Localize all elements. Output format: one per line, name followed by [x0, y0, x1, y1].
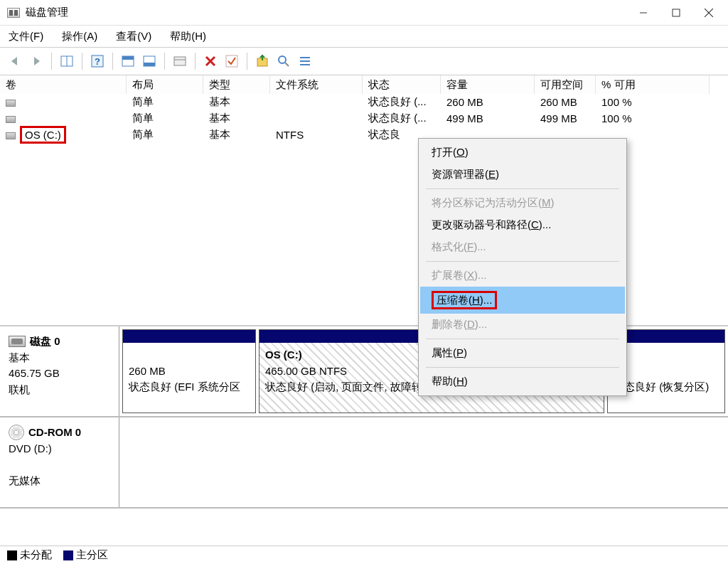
volume-size: 499 MB — [441, 111, 535, 126]
menu-file[interactable]: 文件(F) — [6, 28, 46, 45]
cd-subtitle: DVD (D:) — [9, 441, 110, 457]
disk-size: 465.75 GB — [9, 366, 110, 382]
svg-line-17 — [285, 63, 289, 66]
volume-free: 260 MB — [535, 95, 596, 110]
cm-mark-active: 将分区标记为活动分区(M) — [420, 192, 625, 214]
volume-name: OS (C:) — [25, 129, 61, 141]
partition-status: 状态良好 (EFI 系统分区 — [129, 379, 250, 395]
legend-swatch-primary — [63, 550, 73, 560]
view-split-icon[interactable] — [58, 52, 76, 70]
col-volume[interactable]: 卷 — [0, 75, 127, 94]
toolbar: ? — [0, 47, 728, 75]
cm-format: 格式化(F)... — [420, 236, 625, 258]
volume-icon — [6, 116, 16, 123]
title-bar: 磁盘管理 — [0, 0, 728, 26]
volume-icon — [6, 100, 16, 107]
nav-back-button[interactable] — [6, 52, 24, 70]
volume-fs: NTFS — [270, 127, 363, 142]
volume-row[interactable]: 简单 基本 状态良好 (... 260 MB 260 MB 100 % — [0, 94, 728, 110]
cd-state: 无媒体 — [9, 473, 110, 489]
disk-info-box[interactable]: 磁盘 0 基本 465.75 GB 联机 — [0, 326, 119, 416]
legend-unallocated: 未分配 — [20, 548, 52, 560]
volume-layout: 简单 — [127, 127, 203, 143]
volume-pct: 100 % — [596, 111, 710, 126]
cm-explorer[interactable]: 资源管理器(E) — [420, 164, 625, 186]
delete-icon[interactable] — [201, 52, 220, 70]
maximize-button[interactable] — [660, 1, 692, 24]
nav-forward-button[interactable] — [27, 52, 46, 70]
disk-icon — [9, 336, 26, 347]
help-icon[interactable]: ? — [88, 52, 107, 70]
volume-type: 基本 — [203, 127, 270, 143]
cm-open[interactable]: 打开(O) — [420, 142, 625, 164]
svg-rect-9 — [122, 56, 134, 60]
legend-primary: 主分区 — [76, 548, 108, 560]
search-icon[interactable] — [274, 52, 293, 70]
col-status[interactable]: 状态 — [363, 75, 441, 94]
cm-help[interactable]: 帮助(H) — [420, 371, 625, 393]
volume-size — [441, 134, 535, 137]
disk-row-cd: CD-ROM 0 DVD (D:) 无媒体 — [0, 417, 728, 509]
volume-free: 499 MB — [535, 111, 596, 126]
cm-change-drive[interactable]: 更改驱动器号和路径(C)... — [420, 214, 625, 236]
cm-delete: 删除卷(D)... — [420, 314, 625, 336]
svg-rect-1 — [673, 9, 680, 16]
svg-rect-14 — [226, 55, 237, 67]
volume-status: 状态良好 (... — [363, 94, 441, 110]
view-bottom-icon[interactable] — [140, 52, 159, 70]
col-type[interactable]: 类型 — [203, 75, 270, 94]
volume-layout: 简单 — [127, 94, 203, 110]
list-icon[interactable] — [296, 52, 314, 70]
svg-rect-11 — [144, 63, 155, 66]
col-free[interactable]: 可用空间 — [535, 75, 596, 94]
window-controls — [627, 1, 725, 24]
volume-fs — [270, 101, 363, 104]
volume-pct: 100 % — [596, 95, 710, 110]
partition-size: 260 MB — [129, 363, 250, 380]
volume-icon — [6, 132, 16, 139]
volume-free — [535, 134, 596, 137]
col-filesystem[interactable]: 文件系统 — [270, 75, 363, 94]
menu-operate[interactable]: 操作(A) — [59, 28, 100, 45]
volume-fs — [270, 117, 363, 120]
cd-icon — [9, 425, 24, 440]
col-layout[interactable]: 布局 — [127, 75, 203, 94]
properties-icon[interactable] — [171, 52, 189, 70]
svg-rect-12 — [174, 57, 186, 65]
col-size[interactable]: 容量 — [441, 75, 535, 94]
partition-status: 状态良好 (恢复分区) — [614, 379, 719, 395]
disk-state: 联机 — [9, 382, 110, 398]
cm-properties[interactable]: 属性(P) — [420, 342, 625, 364]
disk-type: 基本 — [9, 350, 110, 366]
volume-type: 基本 — [203, 110, 270, 127]
app-icon — [7, 8, 20, 18]
svg-point-16 — [279, 56, 286, 63]
volume-pct — [596, 134, 710, 137]
cd-info-box[interactable]: CD-ROM 0 DVD (D:) 无媒体 — [0, 417, 119, 507]
partition-header — [123, 330, 255, 343]
window-title: 磁盘管理 — [26, 6, 627, 19]
partition-efi[interactable]: 260 MB 状态良好 (EFI 系统分区 — [122, 329, 256, 413]
menu-view[interactable]: 查看(V) — [113, 28, 154, 45]
volume-list-header: 卷 布局 类型 文件系统 状态 容量 可用空间 % 可用 — [0, 75, 728, 94]
volume-status: 状态良好 (... — [363, 110, 441, 127]
menu-bar: 文件(F) 操作(A) 查看(V) 帮助(H) — [0, 26, 728, 47]
volume-size: 260 MB — [441, 95, 535, 110]
context-menu: 打开(O) 资源管理器(E) 将分区标记为活动分区(M) 更改驱动器号和路径(C… — [418, 138, 627, 396]
cm-extend: 扩展卷(X)... — [420, 265, 625, 287]
close-button[interactable] — [692, 1, 725, 24]
volume-type: 基本 — [203, 94, 270, 110]
legend: 未分配 主分区 — [0, 546, 728, 564]
cd-title: CD-ROM 0 — [28, 425, 81, 441]
check-icon[interactable] — [223, 52, 241, 70]
volume-layout: 简单 — [127, 110, 203, 127]
cm-shrink[interactable]: 压缩卷(H)... — [420, 287, 625, 314]
export-icon[interactable] — [253, 52, 272, 70]
menu-help[interactable]: 帮助(H) — [167, 28, 209, 45]
minimize-button[interactable] — [627, 1, 660, 24]
svg-text:?: ? — [95, 56, 100, 67]
legend-swatch-unallocated — [7, 550, 17, 560]
disk-title: 磁盘 0 — [30, 334, 60, 350]
col-percent[interactable]: % 可用 — [596, 75, 710, 94]
view-top-icon[interactable] — [119, 52, 137, 70]
